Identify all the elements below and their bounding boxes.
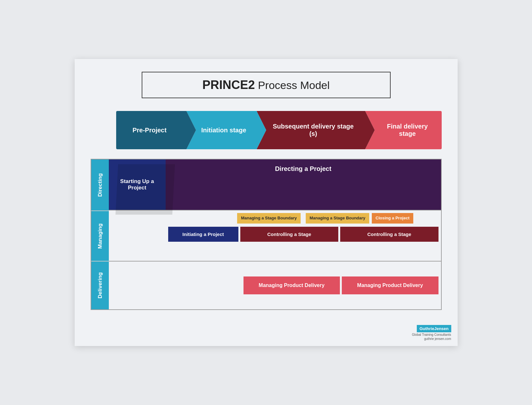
cell-managing-content: Managing a Stage Boundary Managing a Sta… <box>166 210 441 261</box>
sb1-container: Managing a Stage Boundary <box>168 213 302 224</box>
cell-delivering-content: Managing Product Delivery Managing Produ… <box>166 261 441 309</box>
sb2-container: Managing a Stage Boundary Closing a Proj… <box>304 213 438 224</box>
label-directing: Directing <box>91 159 109 210</box>
cell-managing-product-1: Managing Product Delivery <box>244 276 340 295</box>
logo-name: GuthrieJensen <box>417 325 451 332</box>
cell-delivering-spacer <box>109 261 166 309</box>
chevron-final: Final delivery stage <box>365 111 441 149</box>
logo-sub1: Global Training Consultants <box>412 333 451 336</box>
logo-sub2: guthrie jensen.com <box>412 337 451 341</box>
cell-controlling-stage-2: Controlling a Stage <box>340 227 438 242</box>
title-normal: Process Model <box>255 79 330 91</box>
cell-stage-boundary-1: Managing a Stage Boundary <box>237 213 301 224</box>
cell-controlling-stage-1: Controlling a Stage <box>240 227 339 242</box>
cell-initiating-project: Initiating a Project <box>168 227 238 242</box>
content-column: Starting Up a Project Directing a Projec… <box>109 159 441 309</box>
cell-managing-spacer <box>109 210 166 261</box>
process-row: Initiating a Project Controlling a Stage… <box>168 227 438 242</box>
stage-boundary-row: Managing a Stage Boundary Managing a Sta… <box>168 213 438 224</box>
logo-area: GuthrieJensen Global Training Consultant… <box>412 325 451 341</box>
title-bold: PRINCE2 <box>202 78 255 92</box>
chevron-subsequent: Subsequent delivery stage (s) <box>257 111 365 149</box>
title-box: PRINCE2 Process Model <box>142 72 391 98</box>
cell-stage-boundary-2: Managing a Stage Boundary <box>306 213 369 224</box>
cell-starting-up: Starting Up a Project <box>109 159 166 210</box>
labels-column: Directing Managing Delivering <box>91 159 109 309</box>
row-directing: Starting Up a Project Directing a Projec… <box>109 159 441 210</box>
row-delivering: Managing Product Delivery Managing Produ… <box>109 261 441 309</box>
label-delivering: Delivering <box>91 261 109 309</box>
chevron-row: Pre-Project Initiation stage Subsequent … <box>116 111 442 149</box>
cell-managing-product-2: Managing Product Delivery <box>342 276 438 295</box>
cell-closing-project: Closing a Project <box>372 213 413 224</box>
label-managing: Managing <box>91 210 109 261</box>
process-grid: Directing Managing Delivering Starting U… <box>91 159 442 310</box>
row-managing: Managing a Stage Boundary Managing a Sta… <box>109 210 441 261</box>
chevron-pre-project: Pre-Project <box>116 111 186 149</box>
cell-directing-project: Directing a Project <box>166 159 441 210</box>
chevron-initiation: Initiation stage <box>186 111 257 149</box>
slide-container: PRINCE2 Process Model Pre-Project Initia… <box>75 59 458 346</box>
